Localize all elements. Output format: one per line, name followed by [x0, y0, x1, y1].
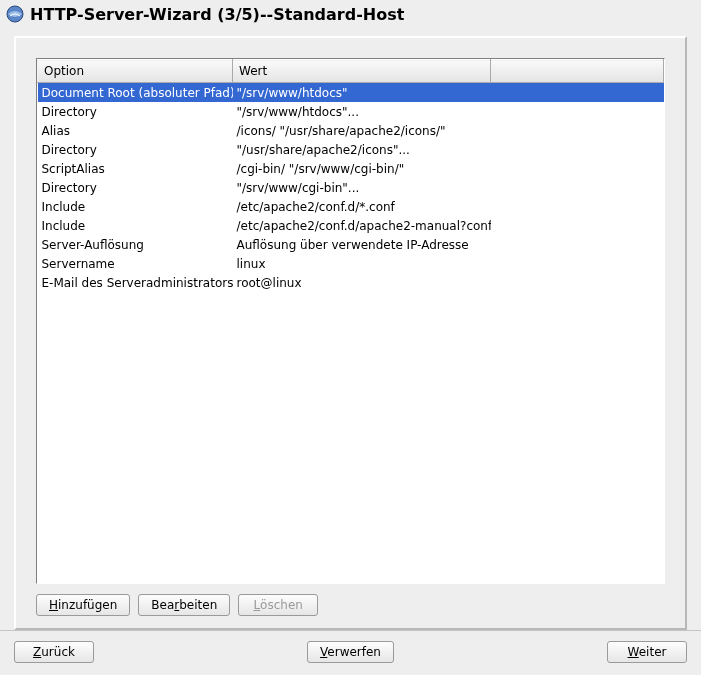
cell-wert: /etc/apache2/conf.d/apache2-manual?conf	[233, 216, 491, 235]
cell-empty	[491, 102, 664, 121]
cell-wert: /cgi-bin/ "/srv/www/cgi-bin/"	[233, 159, 491, 178]
cell-wert: /icons/ "/usr/share/apache2/icons/"	[233, 121, 491, 140]
action-row: Hinzufügen Bearbeiten Löschen	[36, 594, 665, 616]
cell-option: Include	[38, 216, 233, 235]
delete-button[interactable]: Löschen	[238, 594, 318, 616]
back-button[interactable]: Zurück	[14, 641, 94, 663]
table-row[interactable]: E-Mail des Serveradministratorsroot@linu…	[38, 273, 664, 292]
table-row[interactable]: Alias/icons/ "/usr/share/apache2/icons/"	[38, 121, 664, 140]
cell-wert: "/srv/www/htdocs"...	[233, 102, 491, 121]
cell-option: Servername	[38, 254, 233, 273]
column-header-empty[interactable]	[491, 60, 664, 83]
cell-empty	[491, 140, 664, 159]
cell-wert: /etc/apache2/conf.d/*.conf	[233, 197, 491, 216]
content-area: Option Wert Document Root (absoluter Pfa…	[0, 26, 701, 630]
inner-panel: Option Wert Document Root (absoluter Pfa…	[14, 36, 687, 630]
cell-empty	[491, 216, 664, 235]
table-row[interactable]: Servernamelinux	[38, 254, 664, 273]
cell-option: Include	[38, 197, 233, 216]
options-table[interactable]: Option Wert Document Root (absoluter Pfa…	[37, 59, 664, 292]
cell-option: Server-Auflösung	[38, 235, 233, 254]
cell-empty	[491, 197, 664, 216]
table-row[interactable]: Server-AuflösungAuflösung über verwendet…	[38, 235, 664, 254]
cell-empty	[491, 83, 664, 103]
table-row[interactable]: Include/etc/apache2/conf.d/apache2-manua…	[38, 216, 664, 235]
table-row[interactable]: ScriptAlias/cgi-bin/ "/srv/www/cgi-bin/"	[38, 159, 664, 178]
cell-wert: root@linux	[233, 273, 491, 292]
app-icon	[6, 5, 24, 23]
cell-option: Document Root (absoluter Pfad)	[38, 83, 233, 103]
cell-option: Directory	[38, 102, 233, 121]
column-header-option[interactable]: Option	[38, 60, 233, 83]
nav-bar: Zurück Verwerfen Weiter	[0, 630, 701, 675]
cell-empty	[491, 235, 664, 254]
cell-wert: linux	[233, 254, 491, 273]
table-row[interactable]: Include/etc/apache2/conf.d/*.conf	[38, 197, 664, 216]
cell-wert: "/usr/share/apache2/icons"...	[233, 140, 491, 159]
wizard-window: HTTP-Server-Wizard (3/5)--Standard-Host …	[0, 0, 701, 675]
cell-empty	[491, 254, 664, 273]
column-header-wert[interactable]: Wert	[233, 60, 491, 83]
cell-option: Alias	[38, 121, 233, 140]
cell-option: Directory	[38, 178, 233, 197]
page-title: HTTP-Server-Wizard (3/5)--Standard-Host	[30, 5, 404, 24]
cell-option: Directory	[38, 140, 233, 159]
cell-option: ScriptAlias	[38, 159, 233, 178]
edit-button[interactable]: Bearbeiten	[138, 594, 230, 616]
discard-button[interactable]: Verwerfen	[307, 641, 394, 663]
cell-empty	[491, 121, 664, 140]
table-row[interactable]: Document Root (absoluter Pfad)"/srv/www/…	[38, 83, 664, 103]
cell-empty	[491, 159, 664, 178]
cell-option: E-Mail des Serveradministrators	[38, 273, 233, 292]
cell-wert: "/srv/www/htdocs"	[233, 83, 491, 103]
cell-wert: Auflösung über verwendete IP-Adresse	[233, 235, 491, 254]
options-table-wrap[interactable]: Option Wert Document Root (absoluter Pfa…	[36, 58, 665, 584]
cell-empty	[491, 178, 664, 197]
cell-wert: "/srv/www/cgi-bin"...	[233, 178, 491, 197]
table-row[interactable]: Directory"/usr/share/apache2/icons"...	[38, 140, 664, 159]
next-button[interactable]: Weiter	[607, 641, 687, 663]
titlebar: HTTP-Server-Wizard (3/5)--Standard-Host	[0, 0, 701, 26]
add-button[interactable]: Hinzufügen	[36, 594, 130, 616]
cell-empty	[491, 273, 664, 292]
table-row[interactable]: Directory"/srv/www/htdocs"...	[38, 102, 664, 121]
table-row[interactable]: Directory"/srv/www/cgi-bin"...	[38, 178, 664, 197]
